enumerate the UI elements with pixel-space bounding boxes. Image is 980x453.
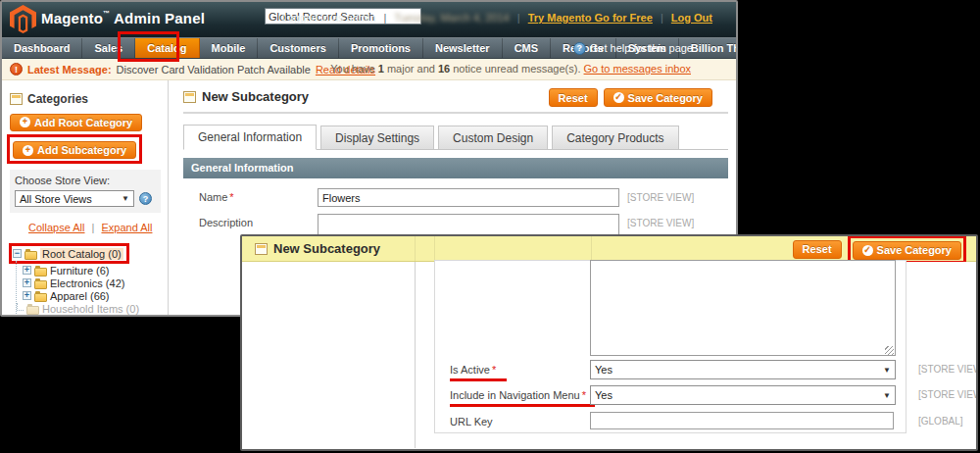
nav-item-newsletter[interactable]: Newsletter	[423, 38, 503, 58]
store-view-selected-value: All Store Views	[20, 193, 92, 205]
reset-label: Reset	[803, 243, 832, 255]
description-textarea-continued[interactable]	[590, 260, 896, 356]
expand-all-link[interactable]: Expand All	[101, 222, 152, 233]
check-icon: ✓	[862, 245, 873, 256]
new-subcategory-overlay-window: New Subcategory Reset ✓ Save Category Is…	[240, 234, 978, 451]
tree-item-root-catalog[interactable]: − Root Catalog (0)	[13, 247, 123, 260]
page-title: New Subcategory	[202, 89, 309, 104]
nav-item-sales[interactable]: Sales	[82, 38, 135, 58]
check-icon: ✓	[613, 92, 624, 103]
required-asterisk: *	[229, 191, 233, 203]
collapse-all-link[interactable]: Collapse All	[28, 222, 84, 233]
main-nav-bar: Dashboard Sales Catalog Mobile Customers…	[2, 37, 736, 59]
tree-item-furniture[interactable]: + Furniture (6)	[23, 264, 168, 277]
required-asterisk: *	[492, 364, 496, 376]
scope-label: [STORE VIEW]	[627, 188, 694, 203]
tree-connector-line	[16, 261, 17, 314]
reset-button[interactable]: Reset	[549, 88, 598, 107]
tree-item-household-items[interactable]: Household Items (0)	[14, 302, 168, 315]
sidebar-title: Categories	[27, 92, 88, 106]
annotation-underline-include-nav	[450, 404, 595, 407]
plus-icon: +	[20, 117, 30, 127]
tree-item-electronics[interactable]: + Electronics (42)	[23, 277, 168, 289]
save-category-label: Save Category	[877, 244, 952, 256]
logged-in-text: Logged in as admin	[282, 12, 376, 24]
nav-item-dashboard[interactable]: Dashboard	[2, 38, 82, 58]
include-nav-label-text: Include in Navigation Menu	[450, 389, 580, 401]
nav-item-mobile[interactable]: Mobile	[200, 38, 259, 58]
url-key-label: URL Key	[450, 416, 493, 428]
categories-sidebar: Categories + Add Root Category + Add Sub…	[2, 80, 169, 315]
tab-general-information[interactable]: General Information	[183, 125, 317, 150]
try-magento-go-link[interactable]: Try Magento Go for Free	[528, 12, 653, 24]
subcategory-page-icon	[183, 91, 196, 103]
plus-icon: +	[23, 145, 33, 156]
tree-item-apparel[interactable]: + Apparel (66)	[23, 289, 168, 302]
store-view-label: Choose Store View:	[15, 175, 156, 186]
add-subcategory-button[interactable]: + Add Subcategory	[13, 141, 136, 159]
save-category-label: Save Category	[628, 92, 703, 104]
user-area: Logged in as admin | Tuesday, March 4, 2…	[282, 12, 712, 24]
tree-item-label: Electronics (42)	[50, 277, 124, 289]
logout-link[interactable]: Log Out	[671, 12, 712, 24]
sidebar-divider	[415, 262, 416, 448]
name-input[interactable]	[318, 188, 619, 207]
latest-message-label: Latest Message:	[27, 64, 112, 76]
folder-icon	[34, 293, 47, 302]
include-nav-select[interactable]: Yes ▼	[590, 385, 896, 405]
url-key-input[interactable]	[590, 412, 894, 429]
name-label: Name*	[170, 188, 318, 203]
store-view-help-icon[interactable]: ?	[139, 192, 152, 205]
annotation-box-root-catalog: − Root Catalog (0)	[9, 243, 129, 264]
latest-message: ! Latest Message: Discover Card Validati…	[10, 63, 375, 76]
expand-icon[interactable]: +	[23, 291, 31, 300]
inbox-text: You have	[330, 63, 374, 75]
include-nav-selected-value: Yes	[595, 389, 612, 401]
tab-category-products[interactable]: Category Products	[552, 126, 678, 150]
collapse-icon[interactable]: −	[13, 249, 22, 258]
overlay-save-category-button[interactable]: ✓ Save Category	[853, 241, 961, 260]
unread-messages-summary: You have 1 major and 16 notice unread me…	[330, 63, 691, 75]
get-help-link[interactable]: ? Get help for this page	[573, 38, 693, 58]
nav-item-catalog[interactable]: Catalog	[135, 38, 199, 58]
scope-label: [STORE VIEW]	[918, 389, 978, 400]
tab-display-settings[interactable]: Display Settings	[320, 126, 434, 150]
textarea-resize-handle[interactable]	[885, 346, 894, 355]
category-tree: − Root Catalog (0) + Furniture (6) + Ele…	[9, 243, 168, 315]
tab-strip: General Information Display Settings Cus…	[183, 125, 728, 150]
nav-item-promotions[interactable]: Promotions	[339, 38, 423, 58]
separator: |	[661, 12, 663, 24]
tree-item-label: Apparel (66)	[50, 290, 110, 302]
annotation-underline-is-active	[450, 378, 507, 381]
folder-icon	[26, 306, 39, 315]
top-header: Magento™ Admin Panel Logged in as admin …	[2, 2, 736, 37]
heading-divider	[183, 112, 728, 114]
chevron-down-icon: ▼	[883, 391, 891, 400]
screenshot-canvas: Magento™ Admin Panel Logged in as admin …	[0, 0, 980, 453]
is-active-selected-value: Yes	[595, 364, 612, 376]
help-question-icon: ?	[573, 42, 586, 55]
save-category-button[interactable]: ✓ Save Category	[604, 88, 712, 107]
is-active-select[interactable]: Yes ▼	[590, 360, 896, 379]
add-root-category-button[interactable]: + Add Root Category	[10, 114, 142, 131]
store-view-panel: Choose Store View: All Store Views ▼ ?	[10, 170, 161, 213]
folder-icon	[34, 268, 47, 277]
include-nav-label: Include in Navigation Menu*	[450, 389, 586, 401]
brand-suffix: Admin Panel	[110, 10, 205, 26]
expand-icon[interactable]: +	[23, 266, 31, 275]
messages-inbox-link[interactable]: Go to messages inbox	[584, 63, 691, 75]
magento-logo-icon	[10, 5, 36, 37]
tree-item-label: Root Catalog (0)	[40, 248, 123, 260]
overlay-reset-button[interactable]: Reset	[793, 240, 842, 259]
store-view-select[interactable]: All Store Views ▼	[15, 190, 134, 207]
nav-item-cms[interactable]: CMS	[503, 38, 551, 58]
expand-icon[interactable]: +	[23, 278, 31, 287]
chevron-down-icon: ▼	[122, 194, 129, 203]
description-label: Description	[170, 214, 318, 228]
folder-icon	[24, 251, 37, 260]
sidebar-heading: Categories	[10, 92, 168, 106]
divider	[415, 236, 416, 261]
nav-item-customers[interactable]: Customers	[258, 38, 338, 58]
tab-custom-design[interactable]: Custom Design	[438, 126, 548, 150]
major-count: 1	[378, 63, 384, 75]
